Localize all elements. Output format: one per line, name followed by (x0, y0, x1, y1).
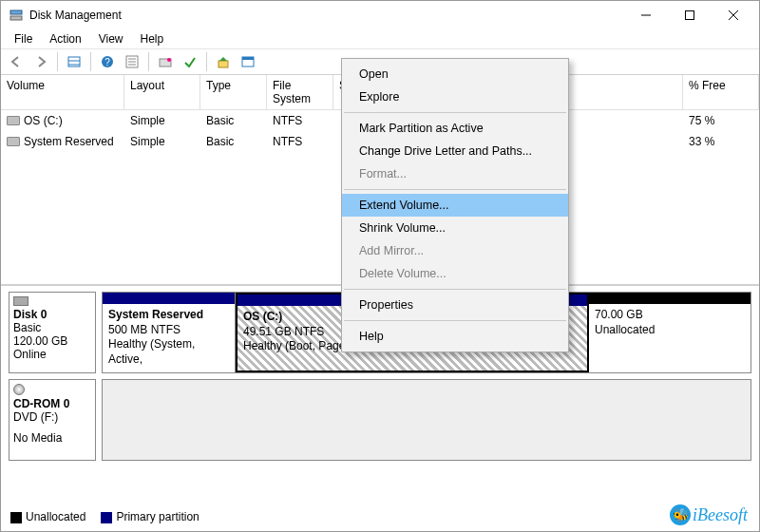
cdrom-drive: DVD (F:) (13, 410, 91, 424)
volume-layout: Simple (124, 112, 200, 129)
svg-rect-17 (218, 61, 228, 67)
titlebar: Disk Management (1, 1, 759, 29)
ctx-change-drive-letter[interactable]: Change Drive Letter and Paths... (342, 140, 568, 162)
toolbar-separator (90, 52, 91, 71)
partition-color-bar (589, 293, 750, 304)
volume-type: Basic (200, 133, 267, 150)
volume-name: System Reserved (24, 135, 114, 148)
disk-info[interactable]: Disk 0 Basic 120.00 GB Online (9, 292, 96, 373)
volume-fs: NTFS (267, 112, 333, 129)
minimize-button[interactable] (624, 1, 668, 29)
view-list-button[interactable] (63, 50, 86, 73)
svg-rect-1 (10, 16, 22, 20)
ctx-help[interactable]: Help (342, 325, 568, 348)
ctx-open[interactable]: Open (342, 63, 568, 86)
ctx-separator (344, 289, 566, 290)
menubar: File Action View Help (1, 29, 759, 48)
swatch-primary (101, 512, 112, 523)
volume-fs: NTFS (267, 133, 333, 150)
nav-forward-button[interactable] (29, 50, 52, 73)
brand-text: iBeesoft (693, 505, 748, 525)
partition-status: Unallocated (595, 323, 745, 338)
brand-icon: 🐝 (670, 504, 691, 525)
partition-size: 70.00 GB (595, 308, 745, 323)
svg-point-16 (167, 58, 171, 62)
ctx-properties[interactable]: Properties (342, 294, 568, 316)
disk-state: Online (13, 348, 91, 361)
help-button[interactable]: ? (96, 50, 119, 73)
legend-primary: Primary partition (116, 510, 199, 523)
col-filesystem[interactable]: File System (267, 75, 333, 109)
refresh-button[interactable] (154, 50, 177, 73)
cdrom-label: CD-ROM 0 (13, 397, 69, 410)
window-controls (624, 1, 755, 29)
disk-management-window: Disk Management File Action View Help ? … (0, 0, 760, 532)
col-free[interactable]: % Free (683, 75, 759, 109)
cdrom-empty-area (102, 379, 751, 461)
partition-system-reserved[interactable]: System Reserved 500 MB NTFS Healthy (Sys… (103, 293, 236, 372)
volume-icon (7, 116, 20, 125)
volume-free: 33 % (683, 133, 759, 150)
col-layout[interactable]: Layout (124, 75, 200, 109)
partition-unallocated[interactable]: 70.00 GB Unallocated (589, 293, 750, 372)
window-title: Disk Management (29, 9, 624, 22)
close-button[interactable] (712, 1, 755, 29)
swatch-unallocated (10, 512, 22, 523)
cdrom-info[interactable]: CD-ROM 0 DVD (F:) No Media (9, 379, 96, 461)
menu-file[interactable]: File (7, 30, 40, 48)
menu-help[interactable]: Help (133, 30, 172, 48)
volume-icon (7, 137, 20, 146)
partition-size: 500 MB NTFS (108, 323, 229, 338)
ctx-separator (344, 320, 566, 321)
ctx-add-mirror: Add Mirror... (342, 239, 568, 262)
commit-button[interactable] (179, 50, 201, 73)
disk-icon (13, 296, 28, 306)
partition-status: Healthy (System, Active, (108, 337, 229, 367)
settings-button[interactable] (121, 50, 143, 73)
volume-type: Basic (200, 112, 267, 129)
brand-watermark: 🐝 iBeesoft (670, 504, 748, 525)
toolbar-separator (57, 52, 58, 71)
properties-button[interactable] (237, 50, 259, 73)
ctx-delete-volume: Delete Volume... (342, 262, 568, 285)
volume-free: 75 % (683, 112, 759, 129)
partition-title: OS (C:) (243, 310, 282, 323)
cdrom-icon (13, 384, 25, 395)
action-up-button[interactable] (212, 50, 235, 73)
legend: Unallocated Primary partition (5, 506, 205, 527)
disk-kind: Basic (13, 321, 91, 334)
svg-rect-19 (242, 57, 254, 60)
nav-back-button[interactable] (5, 50, 28, 73)
cdrom-row: CD-ROM 0 DVD (F:) No Media (9, 379, 751, 461)
toolbar-separator (206, 52, 207, 71)
cdrom-state: No Media (13, 431, 91, 445)
menu-action[interactable]: Action (42, 30, 88, 48)
ctx-separator (344, 112, 566, 113)
disk-size: 120.00 GB (13, 334, 91, 348)
ctx-separator (344, 189, 566, 190)
svg-rect-3 (686, 11, 694, 20)
legend-unallocated: Unallocated (26, 510, 86, 523)
toolbar-separator (148, 52, 149, 71)
svg-rect-0 (10, 10, 22, 14)
partition-title: System Reserved (108, 308, 203, 321)
ctx-format: Format... (342, 162, 568, 185)
ctx-extend-volume[interactable]: Extend Volume... (342, 194, 568, 217)
context-menu: Open Explore Mark Partition as Active Ch… (341, 58, 569, 352)
col-type[interactable]: Type (200, 75, 267, 109)
partition-color-bar (103, 293, 235, 304)
ctx-explore[interactable]: Explore (342, 86, 568, 108)
svg-text:?: ? (104, 57, 110, 67)
app-icon (9, 8, 24, 23)
ctx-shrink-volume[interactable]: Shrink Volume... (342, 217, 568, 239)
maximize-button[interactable] (668, 1, 712, 29)
menu-view[interactable]: View (91, 30, 131, 48)
volume-name: OS (C:) (24, 114, 63, 127)
col-volume[interactable]: Volume (1, 75, 124, 109)
disk-label: Disk 0 (13, 308, 47, 321)
volume-layout: Simple (124, 133, 200, 150)
ctx-mark-active[interactable]: Mark Partition as Active (342, 117, 568, 140)
